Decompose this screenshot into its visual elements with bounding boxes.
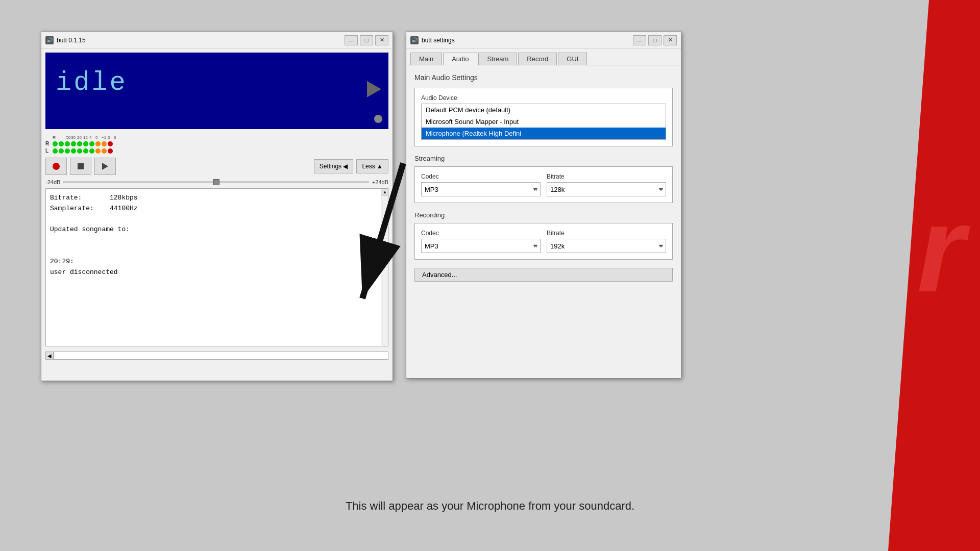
log-area: Bitrate: 128kbps Samplerate: 44100Hz Upd… [45,188,388,346]
streaming-title: Streaming [414,155,673,162]
recording-codec-arrow: ▼ [532,243,537,248]
tab-stream[interactable]: Stream [478,53,517,65]
main-close-btn[interactable]: ✕ [375,35,388,45]
butt-settings-window: 🔊 butt settings — □ ✕ Main Audio Stream … [406,32,681,379]
vu-dot [65,141,70,146]
recording-codec-select[interactable]: MP3 ▼ [421,239,541,253]
settings-maximize-btn[interactable]: □ [648,35,662,45]
play-button[interactable] [94,158,116,175]
streaming-bitrate-select[interactable]: 128k ▼ [547,182,666,196]
recording-bitrate-wrapper: 192k ▼ [547,239,666,253]
recording-bitrate-select[interactable]: 192k ▼ [547,239,666,253]
vu-dot [71,141,76,146]
streaming-box: Codec MP3 ▼ Bitrate 128k [414,166,673,203]
stop-square-icon [78,163,84,169]
vu-meter-section: R -50 30 20 12 4 0 +1 3 6 R [41,133,393,155]
log-content: Bitrate: 128kbps Samplerate: 44100Hz Upd… [46,189,388,282]
settings-minimize-btn[interactable]: — [633,35,646,45]
stop-button[interactable] [70,158,91,175]
log-scrollbar[interactable]: ▲ [381,189,388,346]
streaming-codec-field: Codec MP3 ▼ [421,173,541,196]
record-dot-icon [53,163,60,170]
settings-button[interactable]: Settings ◀ [314,159,354,173]
vu-dot [65,148,70,154]
tab-main[interactable]: Main [410,53,442,65]
vu-dots-l [53,148,113,154]
advanced-button[interactable]: Advanced... [414,268,673,282]
recording-title: Recording [414,211,673,219]
main-window-icon: 🔊 [45,36,54,44]
settings-titlebar: 🔊 butt settings — □ ✕ [406,32,681,48]
main-maximize-btn[interactable]: □ [360,35,373,45]
tab-gui[interactable]: GUI [558,53,587,65]
audio-device-dropdown[interactable]: Default PCM device (default) Microsoft S… [421,104,666,140]
vu-dot [77,141,82,146]
streaming-section: Streaming Codec MP3 ▼ Bitrate [414,155,673,203]
audio-device-box: Audio Device Default PCM device (default… [414,88,673,146]
vu-dot [95,141,101,146]
settings-window-title: butt settings [422,37,633,44]
streaming-codec-arrow: ▼ [532,187,537,192]
volume-slider[interactable] [63,181,369,183]
audio-option-default[interactable]: Default PCM device (default) [422,104,666,116]
controls-row: Settings ◀ Less ▲ [41,155,393,178]
vu-dot [95,148,101,154]
streaming-codec-select[interactable]: MP3 ▼ [421,182,541,196]
settings-close-btn[interactable]: ✕ [664,35,677,45]
streaming-codec-label: Codec [421,173,541,180]
vu-dot [59,141,64,146]
streaming-bitrate-arrow: ▼ [658,187,663,192]
recording-codec-wrapper: MP3 ▼ [421,239,541,253]
tab-audio[interactable]: Audio [443,53,477,65]
scroll-up-btn[interactable]: ▲ [381,189,388,196]
vu-dot [108,141,113,146]
log-input[interactable] [54,352,388,360]
recording-bitrate-field: Bitrate 192k ▼ [547,230,666,253]
vol-max-label: +24dB [372,179,388,185]
vu-dot [108,148,113,154]
vu-dot [77,148,82,154]
recording-bitrate-value: 192k [550,242,565,250]
vu-dot [89,148,94,154]
volume-indicator [374,115,382,123]
play-icon [367,81,381,97]
recording-box: Codec MP3 ▼ Bitrate 192k [414,223,673,260]
play-tri-icon [102,163,108,170]
vu-db-labels: R -50 30 20 12 4 0 +1 3 6 [45,135,388,140]
streaming-bitrate-wrapper: 128k ▼ [547,182,666,196]
vu-dot [53,141,58,146]
volume-row: -24dB +24dB [41,178,393,188]
less-button[interactable]: Less ▲ [356,159,388,173]
log-back-btn[interactable]: ◀ [45,352,54,360]
vu-dot [102,141,107,146]
recording-bitrate-label: Bitrate [547,230,666,237]
settings-body: Main Audio Settings Audio Device Default… [406,65,681,290]
audio-option-ms[interactable]: Microsoft Sound Mapper - Input [422,116,666,128]
caption: This will appear as your Microphone from… [346,499,634,513]
vu-display: idle [45,53,388,129]
vu-dot [53,148,58,154]
tab-record[interactable]: Record [518,53,557,65]
audio-device-label: Audio Device [421,94,666,102]
vu-dot [102,148,107,154]
vu-dot [59,148,64,154]
vu-dot [71,148,76,154]
butt-main-window: 🔊 butt 0.1.15 — □ ✕ idle R -50 30 20 12 … [41,32,393,381]
volume-thumb[interactable] [213,179,219,185]
vu-dot [89,141,94,146]
bg-letter-r: r [917,179,965,319]
recording-section: Recording Codec MP3 ▼ Bitrate [414,211,673,260]
streaming-codec-wrapper: MP3 ▼ [421,182,541,196]
main-titlebar: 🔊 butt 0.1.15 — □ ✕ [41,32,393,48]
vu-label-r: R [53,135,65,140]
audio-option-microphone[interactable]: Microphone (Realtek High Defini [422,128,666,139]
vu-dot [83,141,88,146]
main-minimize-btn[interactable]: — [345,35,358,45]
vu-channel-r-label: R [45,141,52,146]
vu-dots-r [53,141,113,146]
recording-codec-label: Codec [421,230,541,237]
settings-btn-label: Settings ◀ [320,163,348,170]
streaming-fields: Codec MP3 ▼ Bitrate 128k [421,173,666,196]
vu-dot [83,148,88,154]
record-button[interactable] [45,158,67,175]
